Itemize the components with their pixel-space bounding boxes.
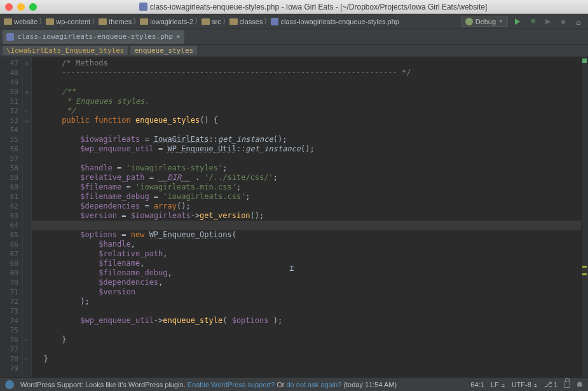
line-number[interactable]: 71	[0, 287, 22, 297]
code-line[interactable]: $filename = 'iowagirleats.min.css';	[32, 182, 581, 192]
line-number[interactable]: 77	[0, 345, 22, 354]
caret-position[interactable]: 64:1	[470, 381, 484, 388]
line-number[interactable]: 60	[0, 182, 22, 192]
line-number[interactable]: 67	[0, 249, 22, 259]
code-line[interactable]: $handle,	[32, 240, 581, 249]
breadcrumb-item[interactable]: website	[4, 18, 38, 25]
code-line[interactable]: ----------------------------------------…	[32, 68, 581, 78]
warning-marker[interactable]	[582, 266, 587, 268]
line-number[interactable]: 52	[0, 106, 22, 116]
lock-icon[interactable]	[564, 381, 570, 388]
line-number[interactable]: 57	[0, 154, 22, 163]
breadcrumb-item[interactable]: wp-content	[46, 18, 90, 25]
code-line[interactable]: $relative_path,	[32, 249, 581, 259]
tab-file[interactable]: class-iowagirleats-enqueue-styles.php ×	[3, 30, 184, 44]
code-line[interactable]: /**	[32, 87, 581, 97]
line-number[interactable]: 56	[0, 144, 22, 154]
close-tab-button[interactable]: ×	[176, 32, 181, 41]
code-line[interactable]	[32, 326, 581, 335]
code-line[interactable]: $filename_debug = 'iowagirleats.css';	[32, 192, 581, 202]
fold-marker[interactable]: ⊖	[23, 87, 31, 97]
code-line[interactable]: $iowagirleats = IowaGirlEats::get_instan…	[32, 135, 581, 144]
line-number[interactable]: 66	[0, 240, 22, 249]
line-number[interactable]: 62	[0, 202, 22, 211]
code-line[interactable]: $version	[32, 287, 581, 297]
line-number[interactable]: 64	[0, 221, 22, 230]
code-line[interactable]: $filename_debug,	[32, 268, 581, 278]
close-window-button[interactable]	[5, 3, 13, 11]
line-number[interactable]: 72	[0, 297, 22, 306]
line-number[interactable]: 79	[0, 364, 22, 373]
code-line[interactable]: /* Methods	[32, 58, 581, 68]
line-number[interactable]: 58	[0, 163, 22, 173]
line-number[interactable]: 69	[0, 268, 22, 278]
line-number-gutter[interactable]: 4748495051525354555657585960616263646566…	[0, 57, 23, 377]
code-line[interactable]	[32, 78, 581, 87]
fold-marker[interactable]: ⊖	[23, 116, 31, 125]
code-line[interactable]: );	[32, 297, 581, 306]
line-number[interactable]: 48	[0, 68, 22, 78]
code-line[interactable]	[32, 125, 581, 135]
line-number[interactable]: 76	[0, 335, 22, 345]
line-number[interactable]: 75	[0, 326, 22, 335]
line-number[interactable]: 78	[0, 354, 22, 364]
code-line[interactable]: }	[32, 354, 581, 364]
fold-marker[interactable]: ⊖	[23, 58, 31, 68]
line-number[interactable]: 70	[0, 278, 22, 287]
code-line[interactable]	[32, 306, 581, 316]
code-line[interactable]: $wp_enqueue_util = WP_Enqueue_Util::get_…	[32, 144, 581, 154]
breadcrumb-item[interactable]: src	[202, 18, 221, 25]
code-line[interactable]: * Enqueues styles.	[32, 97, 581, 106]
code-line[interactable]: $dependencies = array();	[32, 202, 581, 211]
context-class[interactable]: \IowaGirlEats_Enqueue_Styles	[3, 46, 128, 55]
run-configuration-combo[interactable]: Debug ▼	[461, 17, 508, 27]
coverage-button[interactable]: ▶	[542, 16, 554, 27]
line-number[interactable]: 63	[0, 211, 22, 221]
error-stripe[interactable]	[581, 57, 588, 377]
fold-marker[interactable]: ⌐	[23, 354, 31, 364]
line-number[interactable]: 54	[0, 125, 22, 135]
fold-gutter[interactable]: ⊖⊖⌐⊖⌐⌐	[23, 57, 32, 377]
line-number[interactable]: 73	[0, 306, 22, 316]
debug-button[interactable]: ✲	[527, 16, 538, 27]
code-line[interactable]: public function enqueue_styles() {	[32, 116, 581, 125]
line-number[interactable]: 68	[0, 259, 22, 268]
code-line[interactable]	[32, 221, 581, 230]
line-number[interactable]: 53	[0, 116, 22, 125]
line-number[interactable]: 59	[0, 173, 22, 182]
code-line[interactable]	[32, 345, 581, 354]
fold-marker[interactable]: ⌐	[23, 335, 31, 345]
line-number[interactable]: 47	[0, 58, 22, 68]
line-number[interactable]: 51	[0, 97, 22, 106]
code-line[interactable]: $options = new WP_Enqueue_Options(	[32, 230, 581, 240]
line-number[interactable]: 74	[0, 316, 22, 326]
breadcrumb-item[interactable]: classes	[229, 18, 263, 25]
code-line[interactable]: $version = $iowagirleats->get_version();	[32, 211, 581, 221]
breadcrumb-item[interactable]: class-iowagirleats-enqueue-styles.php	[271, 18, 399, 25]
editor[interactable]: 4748495051525354555657585960616263646566…	[0, 57, 588, 377]
git-widget[interactable]: ⎇1	[544, 380, 557, 388]
code-line[interactable]	[32, 154, 581, 163]
maximize-window-button[interactable]	[29, 3, 37, 11]
code-line[interactable]: $wp_enqueue_util->enqueue_style( $option…	[32, 316, 581, 326]
code-line[interactable]: $filename,	[32, 259, 581, 268]
warning-marker[interactable]	[582, 273, 587, 275]
enable-wp-link[interactable]: Enable WordPress support?	[188, 381, 275, 388]
code-line[interactable]: }	[32, 335, 581, 345]
line-number[interactable]: 49	[0, 78, 22, 87]
breadcrumb-item[interactable]: iowagirleats-2	[140, 18, 193, 25]
code-line[interactable]: */	[32, 106, 581, 116]
file-encoding[interactable]: UTF-8 ≑	[512, 381, 538, 388]
minimize-window-button[interactable]	[17, 3, 25, 11]
line-number[interactable]: 65	[0, 230, 22, 240]
code-line[interactable]: $handle = 'iowagirleats-styles';	[32, 163, 581, 173]
code-line[interactable]: $dependencies,	[32, 278, 581, 287]
run-button[interactable]	[512, 16, 523, 27]
code-line[interactable]: $relative_path = __DIR__ . '/../site/css…	[32, 173, 581, 182]
code-area[interactable]: /* Methods -----------------------------…	[32, 57, 581, 377]
search-everywhere-button[interactable]: ⌕	[573, 16, 584, 27]
line-number[interactable]: 50	[0, 87, 22, 97]
context-method[interactable]: enqueue_styles	[130, 46, 197, 55]
hector-icon[interactable]: ☗	[577, 380, 583, 388]
do-not-ask-link[interactable]: do not ask again?	[286, 381, 341, 388]
